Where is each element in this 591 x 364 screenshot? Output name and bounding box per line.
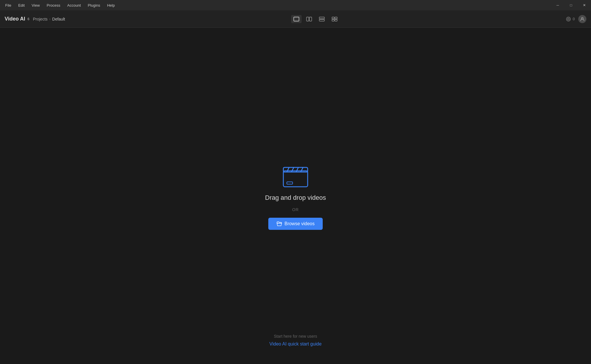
layout-quad-button[interactable] <box>329 15 340 23</box>
svg-rect-3 <box>319 17 324 19</box>
notification-area[interactable]: 0 <box>566 16 575 22</box>
menu-plugins[interactable]: Plugins <box>85 2 103 9</box>
menu-view[interactable]: View <box>29 2 43 9</box>
app-title: Video AI 6 <box>5 16 30 22</box>
person-icon <box>580 17 585 21</box>
main-content: Drag and drop videos OR Browse videos St… <box>0 28 591 364</box>
clapper-icon <box>281 162 310 188</box>
quick-start-link[interactable]: Video AI quick start guide <box>269 341 322 347</box>
menu-bar: File Edit View Process Account Plugins H… <box>2 2 118 9</box>
folder-open-icon <box>276 221 282 226</box>
user-avatar[interactable] <box>578 15 586 23</box>
layout-split-v-button[interactable] <box>317 15 327 23</box>
layout-split-h-button[interactable] <box>304 15 314 23</box>
maximize-button[interactable]: □ <box>564 0 578 10</box>
svg-rect-1 <box>306 17 309 21</box>
or-separator: OR <box>292 207 299 212</box>
settings-icon <box>566 16 571 22</box>
breadcrumb-current: Default <box>52 17 65 21</box>
svg-rect-5 <box>332 17 334 19</box>
appbar: Video AI 6 Projects › Default <box>0 10 591 28</box>
menu-file[interactable]: File <box>2 2 14 9</box>
minimize-button[interactable]: ─ <box>551 0 564 10</box>
svg-rect-8 <box>335 19 337 21</box>
notification-count: 0 <box>573 17 575 21</box>
svg-line-14 <box>287 167 289 172</box>
appbar-right: 0 <box>566 15 586 23</box>
svg-rect-0 <box>294 17 299 21</box>
browse-videos-button[interactable]: Browse videos <box>268 218 323 230</box>
hint-label: Start here for new users <box>274 334 317 339</box>
app-name-label: Video AI <box>5 16 25 22</box>
bottom-hint: Start here for new users Video AI quick … <box>269 334 322 347</box>
svg-line-16 <box>296 167 298 172</box>
menu-account[interactable]: Account <box>64 2 84 9</box>
svg-rect-4 <box>319 19 324 21</box>
appbar-left: Video AI 6 Projects › Default <box>5 16 65 22</box>
layout-controls <box>291 15 340 23</box>
drop-zone: Drag and drop videos OR Browse videos <box>265 162 326 230</box>
svg-rect-6 <box>335 17 337 19</box>
menu-help[interactable]: Help <box>104 2 118 9</box>
svg-rect-18 <box>287 182 293 184</box>
svg-point-9 <box>566 17 570 21</box>
breadcrumb-parent[interactable]: Projects <box>33 17 48 21</box>
svg-line-15 <box>291 167 294 172</box>
svg-rect-2 <box>309 17 312 21</box>
menu-process[interactable]: Process <box>44 2 63 9</box>
svg-line-17 <box>301 167 303 172</box>
breadcrumb-separator: › <box>49 17 50 21</box>
svg-point-10 <box>568 18 569 20</box>
layout-single-button[interactable] <box>291 15 302 23</box>
browse-videos-label: Browse videos <box>285 221 315 226</box>
close-button[interactable]: ✕ <box>578 0 591 10</box>
titlebar: File Edit View Process Account Plugins H… <box>0 0 591 10</box>
drag-drop-text: Drag and drop videos <box>265 194 326 202</box>
window-controls: ─ □ ✕ <box>551 0 591 10</box>
menu-edit[interactable]: Edit <box>15 2 27 9</box>
breadcrumb: Projects › Default <box>33 17 65 21</box>
app-version-badge: 6 <box>27 17 30 21</box>
svg-rect-7 <box>332 19 334 21</box>
